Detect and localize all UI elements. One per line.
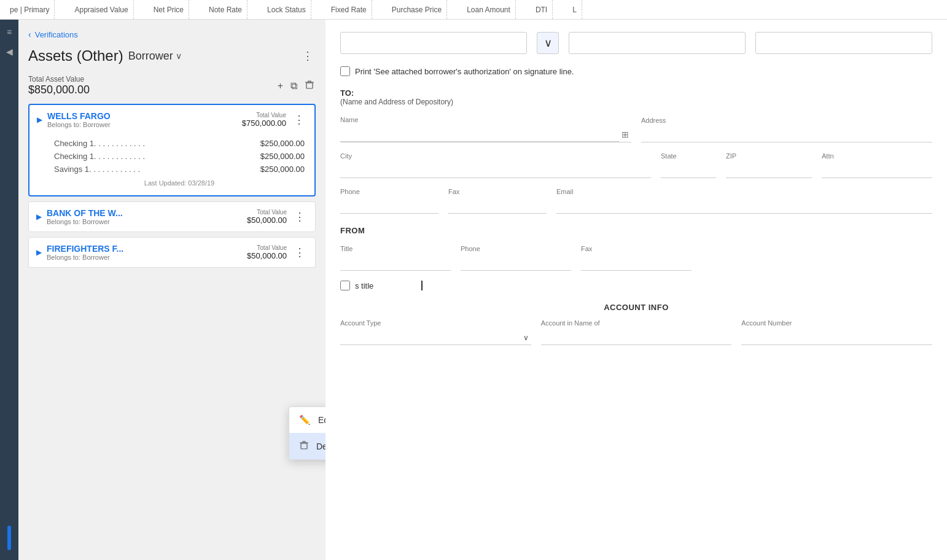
top-bar: pe | Primary Appraised Value Net Price N…: [0, 0, 947, 20]
borrower-dropdown[interactable]: Borrower ∨: [128, 50, 182, 63]
account-number-field: Account Number: [741, 319, 932, 345]
top-input-right[interactable]: [569, 32, 746, 54]
topbar-col-net-price: Net Price: [149, 0, 189, 19]
borrower-dropdown-arrow-icon: ∨: [176, 51, 182, 61]
borrower-label: Borrower: [128, 50, 173, 63]
asset-menu-button-bank[interactable]: ⋮: [292, 209, 308, 225]
asset-menu-button-firefighters[interactable]: ⋮: [292, 244, 308, 260]
sidebar-back-icon[interactable]: ◀: [2, 44, 17, 59]
page-title-text: Assets (Other): [28, 47, 123, 64]
city-input-wrapper: City: [340, 163, 651, 178]
phone-field-label: Phone: [340, 188, 360, 195]
from-fax-input-wrapper: Fax: [581, 256, 692, 271]
topbar-col-dti: DTI: [531, 0, 553, 19]
asset-total-value-wells-fargo: $750,000.00: [242, 119, 286, 128]
context-menu-edit-button[interactable]: ✏️ Edit: [289, 407, 325, 433]
name-input-icon[interactable]: ⊞: [619, 128, 631, 141]
asset-row-amount-1: $250,000.00: [260, 152, 305, 161]
top-input-left[interactable]: [340, 32, 527, 54]
topbar-col-fixed-rate: Fixed Rate: [326, 0, 372, 19]
account-type-select[interactable]: Checking Savings Money Market: [340, 330, 531, 345]
from-title-input[interactable]: [340, 256, 451, 271]
right-panel: ∨ Print 'See attached borrower's authori…: [325, 20, 947, 560]
asset-value-col-firefighters: Total Value $50,000.00: [247, 244, 287, 260]
asset-belongs-firefighters: Belongs to: Borrower: [47, 254, 242, 261]
s-title-label: s title: [355, 281, 373, 290]
city-input[interactable]: [340, 163, 651, 178]
account-info-title: ACCOUNT INFO: [340, 303, 932, 312]
email-input[interactable]: [556, 199, 932, 214]
attn-field: Attn: [822, 152, 932, 178]
dropdown-arrow-button[interactable]: ∨: [537, 32, 559, 54]
context-menu-delete-label: Delete: [316, 441, 325, 451]
asset-row-name-0: Checking 1. . . . . . . . . . . .: [54, 139, 145, 148]
phone-fax-email-row: Phone Fax Email: [340, 188, 932, 214]
edit-icon: ✏️: [299, 414, 311, 426]
breadcrumb[interactable]: ‹ Verifications: [28, 29, 316, 39]
name-input[interactable]: [340, 127, 619, 142]
email-input-wrapper: Email: [556, 199, 932, 214]
from-phone-input-wrapper: Phone: [461, 256, 571, 271]
phone-input[interactable]: [340, 199, 438, 214]
topbar-col-type: pe | Primary: [5, 0, 55, 19]
asset-expand-icon-bank[interactable]: ▶: [36, 212, 42, 221]
asset-expand-icon-firefighters[interactable]: ▶: [36, 248, 42, 257]
list-item: Savings 1. . . . . . . . . . . . $250,00…: [54, 163, 305, 176]
account-number-input[interactable]: [741, 330, 932, 345]
asset-total-value-label-bank: Total Value: [247, 209, 287, 216]
asset-value-col-wells-fargo: Total Value $750,000.00: [242, 112, 286, 128]
svg-rect-0: [306, 83, 313, 88]
from-phone-input[interactable]: [461, 256, 571, 271]
to-label: TO:: [340, 88, 932, 98]
total-asset-info: Total Asset Value $850,000.00: [28, 75, 90, 96]
asset-card-header-firefighters[interactable]: ▶ FIREFIGHTERS F... Belongs to: Borrower…: [29, 238, 315, 267]
asset-card-firefighters[interactable]: ▶ FIREFIGHTERS F... Belongs to: Borrower…: [28, 237, 316, 268]
print-authorization-label: Print 'See attached borrower's authoriza…: [355, 67, 574, 76]
asset-row-name-2: Savings 1. . . . . . . . . . . .: [54, 165, 140, 174]
top-input-far-right[interactable]: [755, 32, 932, 54]
asset-menu-button-wells-fargo[interactable]: ⋮: [291, 112, 307, 128]
s-title-checkbox[interactable]: [340, 281, 350, 290]
attn-input[interactable]: [822, 163, 932, 178]
asset-card-wells-fargo[interactable]: ▶ WELLS FARGO Belongs to: Borrower Total…: [28, 104, 316, 196]
asset-card-bank[interactable]: ▶ BANK OF THE W... Belongs to: Borrower …: [28, 201, 316, 232]
fax-input[interactable]: [448, 199, 547, 214]
page-more-options-button[interactable]: ⋮: [300, 47, 316, 65]
to-section: TO: (Name and Address of Depository): [340, 88, 932, 106]
fax-field: Fax: [448, 188, 547, 214]
topbar-col-l: L: [567, 0, 582, 19]
list-item: Checking 1. . . . . . . . . . . . $250,0…: [54, 150, 305, 163]
account-info-row: Account Type Checking Savings Money Mark…: [340, 319, 932, 345]
copy-asset-button[interactable]: ⧉: [289, 79, 298, 93]
asset-card-header-wells-fargo[interactable]: ▶ WELLS FARGO Belongs to: Borrower Total…: [29, 105, 314, 134]
sidebar-menu-icon[interactable]: ≡: [2, 25, 17, 39]
total-asset-label: Total Asset Value: [28, 75, 90, 84]
to-sublabel: (Name and Address of Depository): [340, 98, 932, 106]
back-arrow-icon: ‹: [28, 29, 31, 39]
asset-rows-wells-fargo: Checking 1. . . . . . . . . . . . $250,0…: [29, 134, 314, 195]
from-fax-input[interactable]: [581, 256, 692, 271]
print-authorization-checkbox[interactable]: [340, 66, 350, 76]
delete-asset-button[interactable]: [303, 79, 316, 93]
s-title-checkbox-row: s title: [340, 281, 932, 290]
asset-belongs-bank: Belongs to: Borrower: [47, 218, 242, 225]
add-asset-button[interactable]: +: [276, 79, 284, 93]
asset-belongs-wells-fargo: Belongs to: Borrower: [47, 121, 237, 128]
topbar-col-note-rate: Note Rate: [204, 0, 247, 19]
zip-input[interactable]: [726, 163, 812, 178]
fax-input-wrapper: Fax: [448, 199, 547, 214]
asset-card-header-bank[interactable]: ▶ BANK OF THE W... Belongs to: Borrower …: [29, 202, 315, 231]
topbar-col-purchase-price: Purchase Price: [387, 0, 447, 19]
address-input[interactable]: 102 South St: [641, 128, 932, 142]
account-name-field: Account in Name of: [541, 319, 732, 345]
asset-last-updated-wells-fargo: Last Updated: 03/28/19: [54, 176, 305, 190]
asset-expand-icon-wells-fargo[interactable]: ▶: [37, 115, 42, 124]
account-name-input[interactable]: [541, 330, 732, 345]
context-menu-delete-button[interactable]: Delete: [289, 433, 325, 459]
sidebar-active-icon[interactable]: [7, 526, 11, 550]
context-menu: ✏️ Edit Delete: [289, 406, 325, 460]
topbar-col-loan-amount: Loan Amount: [462, 0, 516, 19]
asset-value-col-bank: Total Value $50,000.00: [247, 209, 287, 225]
state-input[interactable]: [661, 163, 716, 178]
from-title-field: Title: [340, 245, 451, 271]
